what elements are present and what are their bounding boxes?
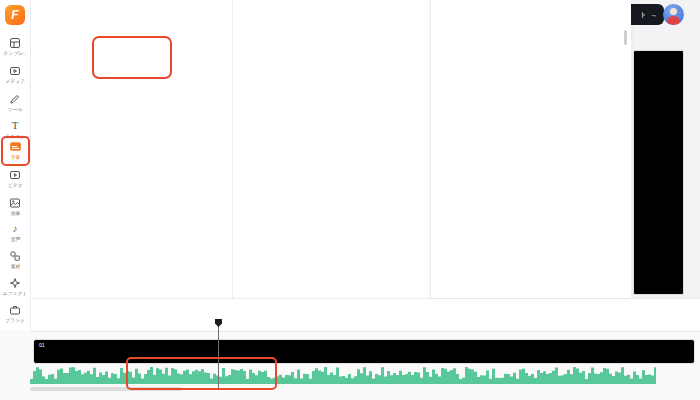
sidebar-item-audio[interactable]: ♪ 音声: [0, 222, 30, 243]
sidebar-item-elements[interactable]: 素材: [0, 249, 30, 270]
video-preview[interactable]: [633, 50, 684, 295]
sidebar-item-label: ビデオ: [8, 182, 23, 188]
panel-scrollbar-thumb[interactable]: [624, 30, 627, 45]
template-icon: [9, 36, 22, 49]
timeline-toolbar: [30, 298, 700, 332]
audio-waveform-track[interactable]: [30, 366, 656, 384]
briefcase-icon: [9, 303, 22, 316]
sidebar-item-text[interactable]: T テキスト: [0, 119, 30, 140]
text-icon: T: [9, 119, 22, 132]
clip-label: 01: [39, 342, 45, 348]
subtitles-icon: [9, 140, 22, 153]
sidebar-item-media[interactable]: メディア: [0, 64, 30, 85]
subtitles-menu-panel: [30, 0, 232, 298]
timeline-scrollbar-thumb[interactable]: [30, 387, 182, 391]
sidebar-item-effects[interactable]: エフェクト: [0, 276, 30, 297]
sidebar-item-templates[interactable]: テンプレ..: [0, 36, 30, 57]
sidebar-item-label: 素材: [10, 263, 20, 269]
shapes-icon: [9, 249, 22, 262]
sidebar-item-label: ツール: [8, 106, 23, 112]
app-logo[interactable]: F: [5, 5, 25, 25]
image-icon: [9, 196, 22, 209]
captions-panel: [430, 0, 631, 298]
avatar-body: [667, 16, 680, 25]
sidebar-item-brand[interactable]: ブランド: [0, 303, 30, 324]
video-icon: [9, 168, 22, 181]
transcribe-panel: [232, 0, 431, 298]
avatar[interactable]: [663, 4, 684, 25]
avatar-head: [670, 8, 677, 15]
sidebar-item-label: メディア: [5, 78, 25, 84]
sidebar-item-label: 字幕: [10, 154, 20, 160]
sidebar-item-video[interactable]: ビデオ: [0, 168, 30, 189]
sidebar-item-subtitles[interactable]: 字幕: [0, 140, 30, 161]
arrow-right-icon: →: [650, 11, 657, 18]
tools-icon: [9, 92, 22, 105]
sidebar-item-image[interactable]: 画像: [0, 196, 30, 217]
sidebar-item-label: 音声: [10, 236, 20, 242]
sidebar-item-label: ブランド: [5, 317, 25, 323]
app-window: F テンプレ.. メディア ツール T テキスト 字幕 ビデオ 画像 ♪ 音声 …: [0, 0, 700, 400]
media-icon: [9, 64, 22, 77]
sidebar-item-label: テンプレ..: [4, 50, 27, 56]
sidebar-item-label: 画像: [10, 210, 20, 216]
music-note-icon: ♪: [9, 222, 22, 235]
video-track-clip[interactable]: 01: [33, 339, 695, 364]
star-icon: [9, 276, 22, 289]
export-label: ト: [640, 10, 647, 20]
playhead-line: [218, 322, 219, 388]
sidebar-item-label: テキスト: [5, 133, 25, 139]
sidebar-item-tools[interactable]: ツール: [0, 92, 30, 113]
sidebar-item-label: エフェクト: [3, 290, 28, 296]
